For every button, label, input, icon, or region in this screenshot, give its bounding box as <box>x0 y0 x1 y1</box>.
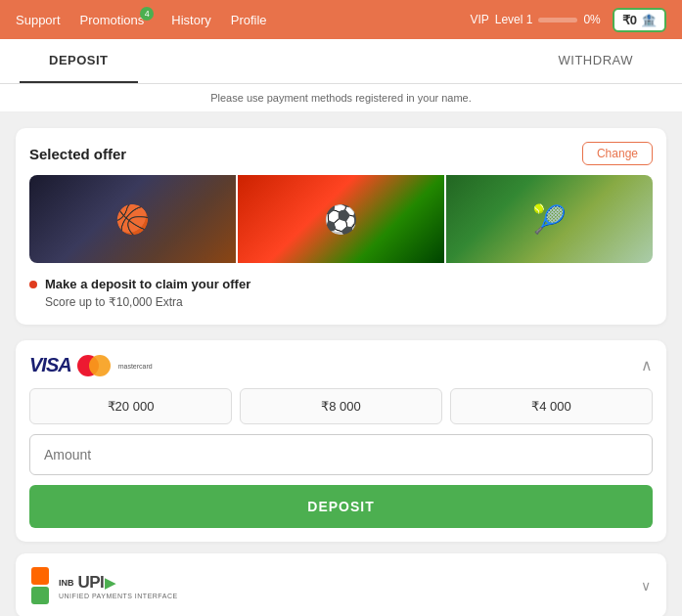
payment-tabs: DEPOSIT WITHDRAW <box>0 39 682 84</box>
upi-square-orange <box>31 567 49 585</box>
main-content: Selected offer Change Make a deposit to … <box>0 112 682 616</box>
offer-sub-text: Score up to ₹10,000 Extra <box>45 295 653 309</box>
upi-square-green <box>31 587 49 604</box>
mastercard-label: mastercard <box>118 363 153 370</box>
visa-payment-header: VISA mastercard ∧ <box>29 354 653 376</box>
nav-support[interactable]: Support <box>16 13 61 27</box>
upi-logo: INB UPI ▶ UNIFIED PAYMENTS INTERFACE <box>31 567 178 604</box>
visa-section-chevron[interactable]: ∧ <box>641 356 653 374</box>
wallet-icon: 🏦 <box>641 13 657 27</box>
vip-label: VIP <box>470 13 488 26</box>
nav-history[interactable]: History <box>171 13 210 27</box>
tennis-image <box>446 175 653 263</box>
vip-info: VIP Level 1 0% <box>470 13 600 26</box>
vip-level: Level 1 <box>495 13 533 26</box>
nav-profile[interactable]: Profile <box>231 13 267 27</box>
upi-chevron-icon: ∨ <box>641 578 651 594</box>
tab-deposit[interactable]: DEPOSIT <box>20 39 138 83</box>
promotions-badge: 4 <box>140 7 154 21</box>
tab-withdraw[interactable]: WITHDRAW <box>529 39 662 83</box>
upi-arrow-icon: ▶ <box>105 575 115 591</box>
visa-logo: VISA <box>29 354 71 376</box>
header: Support Promotions 4 History Profile VIP… <box>0 0 682 39</box>
amount-btn-3[interactable]: ₹4 000 <box>450 388 653 424</box>
upi-text: UPI ▶ <box>78 573 115 593</box>
payment-logos: VISA mastercard <box>29 354 153 376</box>
vip-progress-bar <box>538 18 577 22</box>
payment-notice: Please use payment methods registered in… <box>0 84 682 112</box>
offer-claim-text: Make a deposit to claim your offer <box>45 277 250 291</box>
offer-claim: Make a deposit to claim your offer <box>29 277 653 291</box>
amount-btn-1[interactable]: ₹20 000 <box>29 388 232 424</box>
amount-btn-2[interactable]: ₹8 000 <box>240 388 442 424</box>
amount-buttons: ₹20 000 ₹8 000 ₹4 000 <box>29 388 653 424</box>
basketball-image <box>29 175 236 263</box>
offer-dot <box>29 281 37 288</box>
balance-button[interactable]: ₹0 🏦 <box>613 8 666 32</box>
offer-image-strip <box>29 175 653 263</box>
offer-title: Selected offer <box>29 146 126 162</box>
upi-inb-label: INB <box>59 578 74 588</box>
upi-sub-label: UNIFIED PAYMENTS INTERFACE <box>59 593 178 599</box>
soccer-image <box>238 175 444 263</box>
header-nav: Support Promotions 4 History Profile <box>16 13 267 27</box>
offer-header: Selected offer Change <box>29 142 653 165</box>
offer-details: Make a deposit to claim your offer Score… <box>29 275 653 311</box>
selected-offer-section: Selected offer Change Make a deposit to … <box>16 128 666 325</box>
balance-amount: ₹0 <box>622 13 637 27</box>
deposit-button[interactable]: DEPOSIT <box>29 485 653 528</box>
mastercard-logo <box>77 355 111 376</box>
change-offer-button[interactable]: Change <box>582 142 653 165</box>
mc-orange-circle <box>89 355 111 376</box>
upi-payment-section[interactable]: INB UPI ▶ UNIFIED PAYMENTS INTERFACE ∨ <box>16 553 666 616</box>
header-right: VIP Level 1 0% ₹0 🏦 <box>470 8 666 32</box>
visa-payment-section: VISA mastercard ∧ ₹20 000 ₹8 000 ₹4 000 … <box>16 340 666 542</box>
amount-input[interactable] <box>29 434 653 475</box>
nav-promotions[interactable]: Promotions 4 <box>80 13 145 27</box>
vip-progress-text: 0% <box>583 13 600 26</box>
